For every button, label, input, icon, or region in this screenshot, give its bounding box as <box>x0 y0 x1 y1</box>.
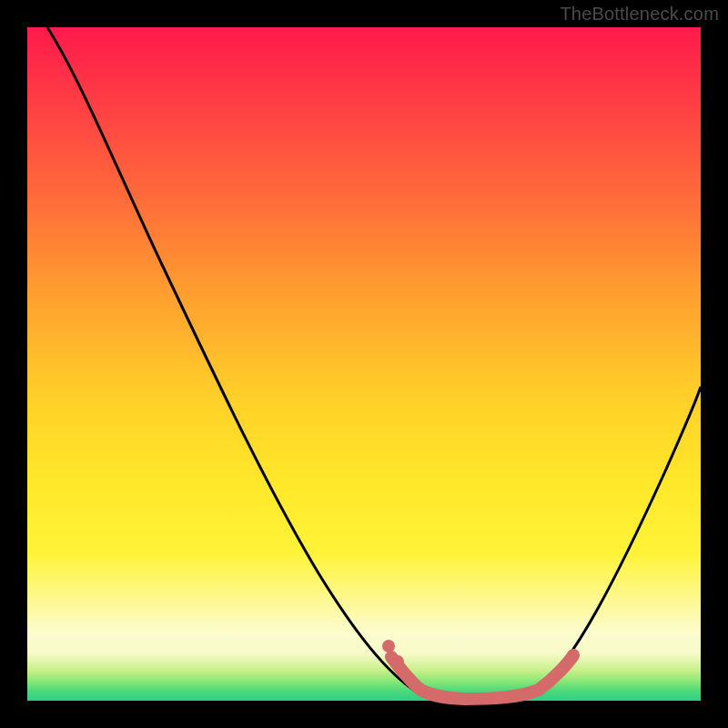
marker-dot <box>382 640 395 652</box>
marker-dot <box>391 655 404 668</box>
optimal-range-highlight <box>391 655 573 699</box>
bottleneck-curve <box>47 27 701 698</box>
chart-frame: TheBottleneck.com <box>0 0 728 728</box>
watermark-text: TheBottleneck.com <box>560 4 719 25</box>
chart-overlay <box>27 27 701 701</box>
